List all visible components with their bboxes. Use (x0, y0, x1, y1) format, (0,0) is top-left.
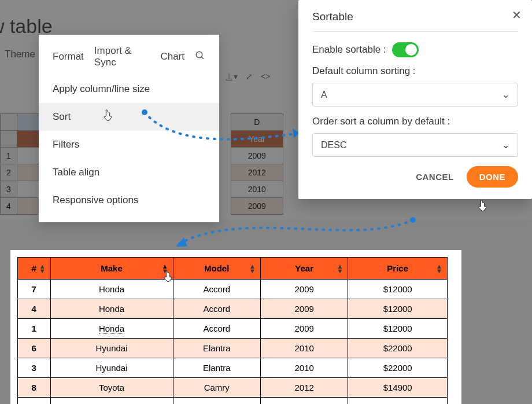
order-sort-label: Order sort a column by default : (312, 116, 518, 127)
col-make[interactable]: Make▲▼ (50, 258, 173, 280)
menu-apply-size[interactable]: Apply column/line size (39, 75, 219, 103)
format-dropdown: Format Import & Sync Chart Apply column/… (39, 35, 219, 222)
default-column-value: A (321, 90, 327, 100)
result-table: #▲▼ Make▲▼ Model▲▼ Year▲▼ Price▲▼ 7Honda… (17, 257, 448, 404)
chevron-down-icon: ⌄ (502, 89, 509, 100)
table-row: 6HyundaiElantra2010$22000 (18, 339, 448, 358)
table-row: 5ToyotaCamry2012$14900 (18, 398, 448, 405)
done-button[interactable]: DONE (467, 166, 518, 188)
search-icon[interactable] (191, 48, 209, 66)
col-model[interactable]: Model▲▼ (173, 258, 260, 280)
table-row: 3HyundaiElantra2010$22000 (18, 358, 448, 378)
tab-format[interactable]: Format (49, 49, 87, 65)
table-row: 8ToyotaCamry2012$14900 (18, 378, 448, 398)
chevron-down-icon: ⌄ (502, 139, 509, 150)
menu-table-align[interactable]: Table align (39, 159, 219, 186)
cancel-button[interactable]: CANCEL (416, 172, 454, 182)
default-column-select[interactable]: A ⌄ (312, 83, 518, 106)
pointer-cursor-icon (103, 109, 113, 122)
sortable-dialog: Sortable ✕ Enable sortable : Default col… (298, 0, 532, 199)
svg-point-0 (196, 52, 202, 58)
tab-import-sync[interactable]: Import & Sync (91, 43, 154, 71)
order-sort-select[interactable]: DESC ⌄ (312, 133, 518, 157)
col-price[interactable]: Price▲▼ (348, 258, 448, 280)
close-icon[interactable]: ✕ (512, 8, 522, 22)
table-row: 7HondaAccord2009$12000 (18, 280, 448, 299)
table-row: 1HondaAccord2009$12000 (18, 319, 448, 339)
col-year[interactable]: Year▲▼ (260, 258, 348, 280)
result-panel: #▲▼ Make▲▼ Model▲▼ Year▲▼ Price▲▼ 7Honda… (10, 250, 461, 404)
menu-responsive[interactable]: Responsive options (39, 186, 219, 214)
pointer-cursor-icon (163, 270, 173, 282)
enable-sortable-label: Enable sortable : (312, 44, 386, 56)
svg-line-1 (201, 57, 204, 59)
default-column-label: Default column sorting : (312, 65, 518, 77)
pointer-cursor-icon (478, 199, 488, 212)
table-row: 4HondaAccord2009$12000 (18, 299, 448, 319)
order-sort-value: DESC (321, 140, 346, 150)
enable-sortable-toggle[interactable] (392, 42, 419, 57)
menu-filters[interactable]: Filters (39, 131, 219, 159)
menu-sort[interactable]: Sort (39, 103, 219, 131)
col-num[interactable]: #▲▼ (18, 258, 51, 280)
dialog-title: Sortable (312, 10, 518, 23)
tab-chart[interactable]: Chart (157, 49, 188, 65)
dropdown-tabs: Format Import & Sync Chart (39, 35, 219, 75)
result-body: 7HondaAccord2009$12000 4HondaAccord2009$… (18, 280, 448, 405)
